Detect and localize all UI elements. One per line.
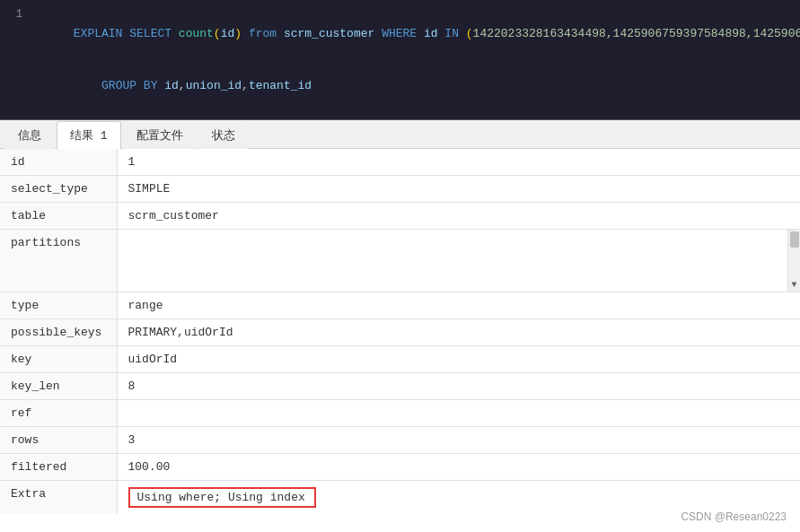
col-val-possible-keys: PRIMARY,uidOrId	[117, 319, 800, 346]
watermark: CSDN @Resean0223	[681, 510, 787, 523]
table-row: key_len 8	[0, 373, 800, 400]
sql-code-line2: GROUP BY id,union_id,tenant_id	[31, 60, 312, 113]
table-row: table scrm_customer	[0, 203, 800, 230]
line-number-2	[0, 60, 31, 61]
table-row-partitions: partitions ▼	[0, 230, 800, 292]
col-key-id: id	[0, 149, 117, 176]
col-val-table: scrm_customer	[117, 203, 800, 230]
table-row: key uidOrId	[0, 346, 800, 373]
tab-config[interactable]: 配置文件	[123, 121, 197, 149]
col-val-id: 1	[117, 149, 800, 176]
tab-status[interactable]: 状态	[198, 121, 249, 149]
tab-info[interactable]: 信息	[4, 121, 55, 149]
table-row: possible_keys PRIMARY,uidOrId	[0, 319, 800, 346]
table-row-extra: Extra Using where; Using index	[0, 481, 800, 515]
col-key-ref: ref	[0, 400, 117, 427]
col-val-extra: Using where; Using index	[117, 481, 800, 515]
col-val-rows: 3	[117, 427, 800, 454]
col-key-type: type	[0, 292, 117, 319]
result-table: id 1 select_type SIMPLE table scrm_custo…	[0, 149, 800, 514]
col-key-extra: Extra	[0, 481, 117, 515]
col-val-ref	[117, 400, 800, 427]
table-row: rows 3	[0, 427, 800, 454]
line-number-1: 1	[0, 7, 31, 21]
scrollbar[interactable]: ▼	[787, 230, 800, 292]
table-row: id 1	[0, 149, 800, 176]
col-val-key-len: 8	[117, 373, 800, 400]
col-key-select-type: select_type	[0, 176, 117, 203]
table-row: filtered 100.00	[0, 454, 800, 481]
sql-line-1: 1 EXPLAIN SELECT count(id) from scrm_cus…	[0, 7, 800, 60]
scroll-down-arrow: ▼	[791, 280, 796, 290]
table-row: ref	[0, 400, 800, 427]
tab-result[interactable]: 结果 1	[57, 121, 121, 149]
sql-editor[interactable]: 1 EXPLAIN SELECT count(id) from scrm_cus…	[0, 0, 800, 120]
table-row: select_type SIMPLE	[0, 176, 800, 203]
col-key-table: table	[0, 203, 117, 230]
col-val-partitions: ▼	[117, 230, 800, 292]
tabs-bar: 信息 结果 1 配置文件 状态	[0, 120, 800, 149]
sql-line-2: GROUP BY id,union_id,tenant_id	[0, 60, 800, 113]
col-key-filtered: filtered	[0, 454, 117, 481]
col-val-key: uidOrId	[117, 346, 800, 373]
extra-highlight-box: Using where; Using index	[128, 487, 316, 508]
col-val-type: range	[117, 292, 800, 319]
col-key-rows: rows	[0, 427, 117, 454]
sql-code-line1: EXPLAIN SELECT count(id) from scrm_custo…	[31, 7, 800, 60]
result-container[interactable]: id 1 select_type SIMPLE table scrm_custo…	[0, 149, 800, 532]
col-key-key: key	[0, 346, 117, 373]
scrollbar-thumb	[790, 231, 799, 248]
col-key-possible-keys: possible_keys	[0, 319, 117, 346]
col-val-select-type: SIMPLE	[117, 176, 800, 203]
col-val-filtered: 100.00	[117, 454, 800, 481]
col-key-key-len: key_len	[0, 373, 117, 400]
col-key-partitions: partitions	[0, 230, 117, 292]
table-row: type range	[0, 292, 800, 319]
